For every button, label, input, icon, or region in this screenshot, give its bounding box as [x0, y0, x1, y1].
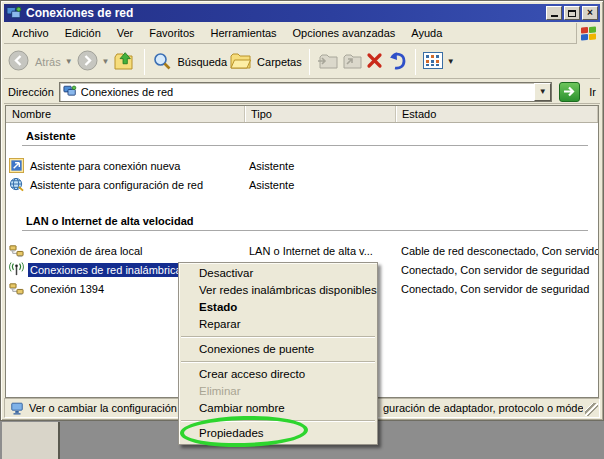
forward-icon: [77, 50, 98, 73]
title-bar[interactable]: Conexiones de red ×: [4, 4, 600, 22]
up-button[interactable]: [114, 50, 137, 73]
lan-connection-icon: [9, 281, 25, 297]
menu-separator: [181, 336, 375, 338]
move-to-folder-icon: [317, 52, 338, 72]
address-value: Conexiones de red: [81, 86, 534, 98]
move-to-button[interactable]: [317, 52, 338, 72]
column-headers: NombreTipoEstado: [6, 106, 598, 123]
windows-logo: [576, 23, 600, 44]
close-icon: ×: [587, 8, 593, 18]
go-arrow-icon: [563, 86, 576, 97]
copy-to-button[interactable]: [341, 52, 362, 72]
network-setup-wizard-icon: [9, 177, 25, 193]
windows-flag-icon: [581, 26, 596, 40]
taskbar-stub: [2, 422, 60, 459]
undo-button[interactable]: [387, 51, 408, 73]
column-header-tipo[interactable]: Tipo: [245, 106, 396, 122]
search-icon: [152, 51, 172, 73]
search-label: Búsqueda: [178, 56, 228, 68]
minimize-icon: [551, 15, 558, 17]
toolbar: Atrás ▼ ▼ Búsqueda Carpetas: [4, 45, 600, 79]
network-connections-icon: [63, 85, 77, 98]
column-header-estado[interactable]: Estado: [396, 106, 598, 122]
group-title: Asistente: [22, 127, 588, 146]
search-button[interactable]: Búsqueda: [152, 51, 228, 73]
item-name: Conexión de área local: [28, 244, 145, 258]
folders-button[interactable]: Carpetas: [230, 52, 302, 72]
forward-dropdown-icon[interactable]: ▼: [102, 57, 110, 66]
address-input[interactable]: Conexiones de red ▼: [59, 82, 552, 102]
toolbar-separator: [415, 49, 416, 75]
menubar-item-herramientas[interactable]: Herramientas: [203, 25, 285, 41]
context-menu-item-ver-redes-inalámbricas-disponibles[interactable]: Ver redes inalámbricas disponibles: [179, 282, 377, 299]
column-header-nombre[interactable]: Nombre: [6, 106, 245, 122]
item-name: Asistente para configuración de red: [28, 178, 205, 192]
item-name: Conexiones de red inalámbricas: [28, 263, 189, 277]
item-status: Conectado, Con servidor de seguridad: [396, 283, 598, 295]
menubar-item-opciones-avanzadas[interactable]: Opciones avanzadas: [285, 25, 404, 41]
maximize-icon: [568, 10, 576, 17]
back-icon: [8, 50, 29, 73]
context-menu-item-conexiones-de-puente[interactable]: Conexiones de puente: [179, 341, 377, 358]
menubar-item-ayuda[interactable]: Ayuda: [403, 25, 450, 41]
resize-grip[interactable]: [585, 403, 598, 416]
minimize-button[interactable]: [546, 6, 562, 20]
context-menu-item-desactivar[interactable]: Desactivar: [179, 265, 377, 282]
delete-button[interactable]: [365, 51, 384, 72]
address-label: Dirección: [8, 86, 54, 98]
back-dropdown-icon[interactable]: ▼: [65, 57, 73, 66]
context-menu-item-eliminar: Eliminar: [179, 383, 377, 400]
views-grid-icon: [423, 52, 443, 71]
context-menu-item-reparar[interactable]: Reparar: [179, 316, 377, 333]
folders-icon: [230, 52, 251, 72]
list-item[interactable]: Conexión de área localLAN o Internet de …: [6, 241, 598, 260]
menu-bar: ArchivoEdiciónVerFavoritosHerramientasOp…: [4, 23, 600, 44]
wireless-connection-icon: [9, 262, 25, 278]
delete-x-icon: [365, 51, 384, 72]
menubar-item-archivo[interactable]: Archivo: [4, 25, 57, 41]
list-item[interactable]: Asistente para conexión nuevaAsistente: [6, 156, 598, 175]
copy-to-folder-icon: [341, 52, 362, 72]
status-text-left: Ver o cambiar la configuración c: [29, 402, 183, 414]
maximize-button[interactable]: [564, 6, 580, 20]
back-button[interactable]: Atrás ▼: [8, 50, 74, 73]
list-item[interactable]: Asistente para configuración de redAsist…: [6, 175, 598, 194]
item-type: Asistente: [245, 179, 396, 191]
lan-connection-icon: [9, 243, 25, 259]
item-type: LAN o Internet de alta v...: [245, 245, 396, 257]
undo-icon: [387, 51, 408, 73]
menu-items: ArchivoEdiciónVerFavoritosHerramientasOp…: [4, 25, 576, 41]
item-name: Asistente para conexión nueva: [28, 159, 182, 173]
close-button[interactable]: ×: [582, 6, 598, 20]
go-button[interactable]: [559, 82, 580, 102]
views-dropdown-icon[interactable]: ▼: [447, 57, 455, 66]
menu-separator: [181, 361, 375, 363]
item-name: Conexión 1394: [28, 282, 106, 296]
address-dropdown-button[interactable]: ▼: [534, 83, 551, 101]
menubar-item-favoritos[interactable]: Favoritos: [141, 25, 202, 41]
menubar-item-edición[interactable]: Edición: [57, 25, 109, 41]
menubar-item-ver[interactable]: Ver: [109, 25, 142, 41]
network-connections-icon: [6, 6, 22, 21]
context-menu-item-cambiar-nombre[interactable]: Cambiar nombre: [179, 400, 377, 417]
back-label: Atrás: [35, 56, 61, 68]
folders-label: Carpetas: [257, 56, 302, 68]
item-status: Conectado, Con servidor de seguridad: [396, 264, 598, 276]
go-label: Ir: [589, 86, 596, 98]
context-menu-item-estado[interactable]: Estado: [179, 299, 377, 316]
views-button[interactable]: ▼: [423, 52, 456, 71]
status-text-right: guración de adaptador, protocolo o módem: [383, 402, 583, 414]
group-title: LAN o Internet de alta velocidad: [22, 212, 588, 231]
forward-button[interactable]: ▼: [77, 50, 111, 73]
folder-up-icon: [114, 50, 137, 73]
window-title: Conexiones de red: [26, 6, 544, 20]
item-type: Asistente: [245, 160, 396, 172]
item-status: Cable de red desconectado, Con servidor …: [396, 245, 598, 257]
status-info-icon: [10, 401, 24, 415]
toolbar-separator: [309, 49, 310, 75]
new-connection-wizard-icon: [9, 158, 25, 174]
context-menu-item-crear-acceso-directo[interactable]: Crear acceso directo: [179, 366, 377, 383]
toolbar-separator: [144, 49, 145, 75]
address-bar: Dirección Conexiones de red ▼ Ir: [4, 80, 600, 104]
